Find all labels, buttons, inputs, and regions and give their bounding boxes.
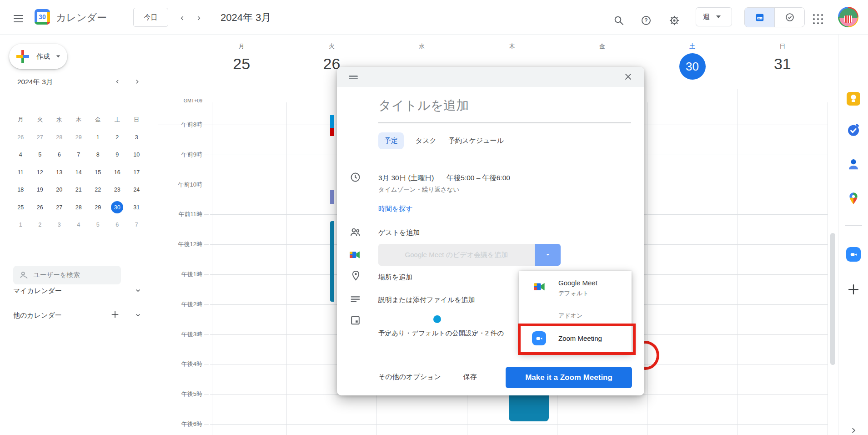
create-button[interactable]: 作成 <box>9 44 67 69</box>
day-header[interactable]: 土30 <box>647 39 737 90</box>
today-button[interactable]: 今日 <box>133 8 168 27</box>
tasks-view-toggle[interactable] <box>774 8 804 27</box>
save-button[interactable]: 保存 <box>463 373 477 381</box>
meet-options-dropdown-button[interactable] <box>535 244 561 266</box>
mini-calendar-day[interactable]: 29 <box>95 204 101 211</box>
day-number[interactable]: 25 <box>233 55 250 73</box>
mini-calendar-prev-icon[interactable] <box>115 78 120 86</box>
mini-calendar-day[interactable]: 26 <box>17 134 24 141</box>
maps-icon[interactable] <box>847 192 860 207</box>
busy-visibility-text[interactable]: 予定あり・デフォルトの公開設定・2 件の <box>378 329 519 338</box>
drag-handle-icon[interactable] <box>349 74 358 81</box>
make-it-zoom-meeting-button[interactable]: Make it a Zoom Meeting <box>506 367 632 388</box>
zoom-app-icon[interactable] <box>846 247 861 262</box>
timezone-repeat-text[interactable]: タイムゾーン・繰り返さない <box>378 186 459 194</box>
mini-calendar-day[interactable]: 6 <box>58 152 61 158</box>
mini-calendar-day[interactable]: 22 <box>95 187 101 193</box>
mini-calendar-day[interactable]: 28 <box>75 204 82 211</box>
next-period-icon[interactable] <box>196 15 202 23</box>
other-calendars-chevron-icon[interactable] <box>135 312 141 320</box>
tab-task[interactable]: タスク <box>416 137 437 145</box>
mini-calendar-day[interactable]: 10 <box>133 152 140 158</box>
mini-calendar-day[interactable]: 5 <box>96 222 100 228</box>
search-icon[interactable] <box>613 15 624 28</box>
mini-calendar-day[interactable]: 24 <box>133 187 140 193</box>
mini-calendar-day[interactable]: 13 <box>56 169 62 176</box>
prev-period-icon[interactable] <box>179 15 186 23</box>
mini-calendar-day[interactable]: 26 <box>37 204 43 211</box>
mini-calendar-day[interactable]: 7 <box>135 222 138 228</box>
mini-calendar-day[interactable]: 2 <box>115 134 119 141</box>
mini-calendar-day[interactable]: 16 <box>114 169 120 176</box>
tab-appointment-schedule[interactable]: 予約スケジュール <box>448 137 504 145</box>
add-guests-field[interactable]: ゲストを追加 <box>378 228 420 237</box>
mini-calendar-next-icon[interactable] <box>134 78 140 86</box>
keep-icon[interactable] <box>847 92 860 106</box>
mini-calendar-day[interactable]: 19 <box>37 187 43 193</box>
day-header[interactable]: 日31 <box>738 39 828 90</box>
current-period-title[interactable]: 2024年 3月 <box>221 11 271 25</box>
vertical-scrollbar[interactable] <box>830 233 835 365</box>
settings-gear-icon[interactable] <box>669 15 680 28</box>
mini-calendar-day[interactable]: 8 <box>96 152 100 158</box>
mini-calendar-day[interactable]: 4 <box>77 222 80 228</box>
mini-calendar-day[interactable]: 27 <box>56 204 62 211</box>
mini-calendar-day[interactable]: 1 <box>96 134 100 141</box>
mini-calendar-day[interactable]: 3 <box>135 134 138 141</box>
help-icon[interactable]: ? <box>641 15 652 28</box>
expand-chevron-icon[interactable] <box>849 426 858 435</box>
mini-calendar-day[interactable]: 1 <box>19 222 22 228</box>
mini-calendar-day[interactable]: 25 <box>17 204 24 211</box>
datetime-row[interactable]: 3月 30日 (土曜日) 午後5:00 – 午後6:00 <box>378 173 510 183</box>
dialog-header-bar[interactable] <box>337 67 644 87</box>
my-calendars-chevron-icon[interactable] <box>135 287 141 296</box>
mini-calendar-day[interactable]: 23 <box>114 187 120 193</box>
event-date[interactable]: 3月 30日 (土曜日) <box>378 173 434 183</box>
find-time-link[interactable]: 時間を探す <box>378 205 413 213</box>
event-fragment-purple[interactable] <box>330 190 334 204</box>
mini-calendar-day[interactable]: 15 <box>95 169 101 176</box>
mini-calendar-day[interactable]: 5 <box>38 152 41 158</box>
day-header[interactable]: 月25 <box>196 39 286 90</box>
add-description-field[interactable]: 説明または添付ファイルを追加 <box>378 296 475 304</box>
event-fragment-blue[interactable] <box>330 115 334 128</box>
mini-calendar-selected-day[interactable]: 30 <box>111 201 123 213</box>
mini-calendar-day[interactable]: 3 <box>58 222 61 228</box>
mini-calendar-day[interactable]: 21 <box>75 187 82 193</box>
add-meet-button[interactable]: Google Meet のビデオ会議を追加 <box>378 244 535 266</box>
mini-calendar-day[interactable]: 12 <box>37 169 43 176</box>
view-selector-dropdown[interactable]: 週 <box>696 7 732 26</box>
tab-event[interactable]: 予定 <box>378 132 404 149</box>
mini-calendar-day[interactable]: 29 <box>75 134 82 141</box>
mini-calendar-day[interactable]: 17 <box>133 169 140 176</box>
add-location-field[interactable]: 場所を追加 <box>378 273 412 282</box>
day-number[interactable]: 31 <box>774 55 791 73</box>
mini-calendar-day[interactable]: 2 <box>38 222 41 228</box>
other-calendars-label[interactable]: 他のカレンダー <box>13 311 62 320</box>
mini-calendar-day[interactable]: 28 <box>56 134 62 141</box>
calendar-view-toggle[interactable] <box>745 8 774 27</box>
avatar[interactable] <box>838 7 858 27</box>
mini-calendar-day[interactable]: 18 <box>17 187 24 193</box>
event-fragment-teal[interactable] <box>330 221 334 302</box>
mini-calendar-day[interactable]: 4 <box>19 152 22 158</box>
add-other-calendar-icon[interactable] <box>110 310 120 321</box>
mini-calendar-day[interactable]: 14 <box>75 169 82 176</box>
search-users-input[interactable]: ユーザーを検索 <box>13 266 121 284</box>
main-menu-icon[interactable] <box>14 13 23 25</box>
more-options-button[interactable]: その他のオプション <box>378 373 441 381</box>
event-fragment-red[interactable] <box>330 128 334 136</box>
mini-calendar-day[interactable]: 11 <box>18 169 24 176</box>
menu-item-google-meet[interactable]: Google Meet デフォルト <box>519 274 632 303</box>
mini-calendar-day[interactable]: 9 <box>115 152 119 158</box>
mini-calendar-day[interactable]: 6 <box>115 222 119 228</box>
calendar-logo-icon[interactable]: 30 <box>35 9 50 25</box>
close-icon[interactable] <box>624 72 632 83</box>
event-title-input[interactable]: タイトルを追加 <box>378 97 469 114</box>
today-date-circle[interactable]: 30 <box>679 53 706 80</box>
my-calendars-label[interactable]: マイカレンダー <box>13 287 62 295</box>
tasks-icon[interactable] <box>846 123 861 139</box>
mini-calendar-day[interactable]: 27 <box>37 134 43 141</box>
apps-grid-icon[interactable] <box>813 14 823 24</box>
menu-item-zoom-meeting[interactable]: Zoom Meeting <box>558 334 602 342</box>
